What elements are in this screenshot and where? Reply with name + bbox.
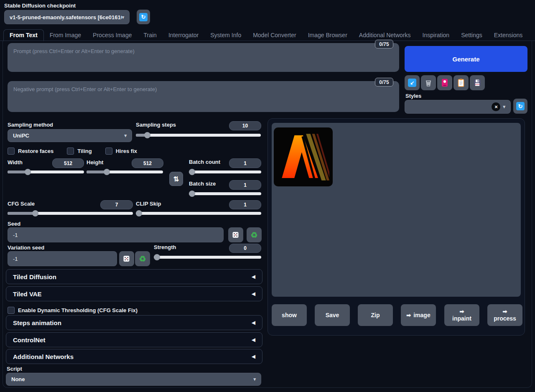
restore-faces-checkbox[interactable] xyxy=(8,148,15,155)
dynamic-thresholding-checkbox[interactable] xyxy=(8,307,15,314)
script-dropdown[interactable]: None ▾ xyxy=(6,373,261,386)
zip-button[interactable]: Zip xyxy=(358,304,393,326)
hires-fix-checkbox[interactable] xyxy=(105,148,112,155)
slider-handle[interactable] xyxy=(189,191,195,197)
slider-handle[interactable] xyxy=(189,169,195,175)
accordion-title: ControlNet xyxy=(13,336,46,344)
save-button[interactable]: Save xyxy=(315,304,350,326)
recycle-icon: ♻ xyxy=(250,230,257,240)
checkpoint-dropdown[interactable]: v1-5-pruned-emaonly.safetensors [6ce0161… xyxy=(4,10,130,24)
collapse-icon: ◀ xyxy=(252,354,255,359)
height-slider[interactable] xyxy=(87,169,163,175)
variation-seed-input[interactable]: -1 xyxy=(8,251,117,266)
random-seed-button[interactable] xyxy=(228,227,243,242)
script-value: None xyxy=(11,376,25,382)
slider-handle[interactable] xyxy=(136,210,142,216)
arrow-down-left-icon: ↙ xyxy=(408,79,416,87)
slider-handle[interactable] xyxy=(25,169,31,175)
slider-track xyxy=(154,256,261,259)
batch-count-slider[interactable] xyxy=(189,169,261,175)
batch-size-slider[interactable] xyxy=(189,191,261,197)
send-to-process-button[interactable]: ➡ process xyxy=(487,304,522,326)
tab-image-browser[interactable]: Image Browser xyxy=(302,30,353,41)
dice-icon xyxy=(123,255,130,262)
send-to-inpaint-button[interactable]: ➡ inpaint xyxy=(444,304,479,326)
accordion-tiled-vae[interactable]: Tiled VAE ◀ xyxy=(6,286,262,301)
tab-system-info[interactable]: System Info xyxy=(204,30,247,41)
tab-inspiration[interactable]: Inspiration xyxy=(417,30,456,41)
reuse-seed-button[interactable]: ♻ xyxy=(247,227,262,242)
swap-icon: ⇅ xyxy=(173,175,179,183)
tab-process-image[interactable]: Process Image xyxy=(87,30,138,41)
clear-prompt-button[interactable] xyxy=(421,75,436,90)
tab-from-image[interactable]: From Image xyxy=(44,30,87,41)
refresh-icon: ↻ xyxy=(139,13,148,21)
strength-value[interactable]: 0 xyxy=(229,244,261,253)
cfg-scale-slider[interactable] xyxy=(8,210,133,216)
clear-styles-icon[interactable]: × xyxy=(492,102,500,111)
styles-refresh-button[interactable]: ↻ xyxy=(513,99,527,114)
width-slider[interactable] xyxy=(8,169,84,175)
recycle-icon: ♻ xyxy=(139,254,146,264)
paste-params-button[interactable]: ↙ xyxy=(405,75,420,90)
dice-icon xyxy=(232,231,239,239)
button-label: Zip xyxy=(371,312,380,318)
accordion-controlnet[interactable]: ControlNet ◀ xyxy=(6,332,262,347)
slider-handle[interactable] xyxy=(32,210,38,216)
generated-image-logo xyxy=(278,131,329,183)
slider-handle[interactable] xyxy=(154,254,160,260)
checkpoint-refresh-button[interactable]: ↻ xyxy=(137,10,150,24)
slider-handle[interactable] xyxy=(104,169,110,175)
extra-networks-button[interactable] xyxy=(437,75,452,90)
slider-fill xyxy=(8,212,35,215)
button-label: inpaint xyxy=(452,315,471,322)
cfg-scale-value[interactable]: 7 xyxy=(100,200,133,209)
seed-input[interactable]: -1 xyxy=(8,227,224,242)
save-style-button[interactable] xyxy=(470,75,485,90)
generate-button[interactable]: Generate xyxy=(405,46,527,72)
send-to-image-button[interactable]: ➡ image xyxy=(401,304,436,326)
swap-dimensions-button[interactable]: ⇅ xyxy=(169,172,183,186)
tab-from-text[interactable]: From Text xyxy=(3,29,44,41)
reuse-variation-seed-button[interactable]: ♻ xyxy=(135,251,150,266)
show-button[interactable]: show xyxy=(272,304,307,326)
apply-styles-button[interactable] xyxy=(453,75,469,90)
arrow-right-icon: ➡ xyxy=(503,308,507,315)
chevron-down-icon: ▾ xyxy=(253,377,256,382)
tab-train[interactable]: Train xyxy=(138,30,162,41)
gallery-thumbnail[interactable] xyxy=(274,127,333,186)
random-variation-seed-button[interactable] xyxy=(119,251,134,266)
clip-skip-slider[interactable] xyxy=(136,210,261,216)
tab-additional-networks[interactable]: Additional Networks xyxy=(353,30,417,41)
dynamic-thresholding-option[interactable]: Enable Dynamic Thresholding (CFG Scale F… xyxy=(8,307,138,314)
accordion-additional-networks[interactable]: Additional Networks ◀ xyxy=(6,349,262,364)
tab-extensions[interactable]: Extensions xyxy=(488,30,528,41)
sampling-method-dropdown[interactable]: UniPC ▾ xyxy=(8,129,132,142)
floppy-disk-icon xyxy=(474,79,481,87)
sampling-steps-value[interactable]: 10 xyxy=(229,121,261,130)
negative-prompt-input[interactable] xyxy=(8,81,399,112)
tiling-label: Tiling xyxy=(77,148,92,154)
batch-size-value[interactable]: 1 xyxy=(229,180,261,190)
prompt-input[interactable] xyxy=(8,43,399,72)
styles-dropdown[interactable]: × ▾ xyxy=(405,100,511,114)
tab-model-converter[interactable]: Model Converter xyxy=(247,30,302,41)
width-value[interactable]: 512 xyxy=(52,158,84,168)
tiling-option[interactable]: Tiling xyxy=(67,148,92,155)
sampling-steps-slider[interactable] xyxy=(136,132,261,138)
dynamic-thresholding-label: Enable Dynamic Thresholding (CFG Scale F… xyxy=(18,307,138,313)
hires-fix-option[interactable]: Hires fix xyxy=(105,148,137,155)
accordion-steps-animation[interactable]: Steps animation ◀ xyxy=(6,315,262,330)
chevron-down-icon: ▾ xyxy=(122,15,124,20)
strength-slider[interactable] xyxy=(154,254,261,260)
tab-interrogator[interactable]: Interrogator xyxy=(163,30,204,41)
tiling-checkbox[interactable] xyxy=(67,148,74,155)
restore-faces-option[interactable]: Restore faces xyxy=(8,148,54,155)
slider-handle[interactable] xyxy=(144,132,150,138)
height-value[interactable]: 512 xyxy=(132,158,163,168)
tab-settings[interactable]: Settings xyxy=(455,30,488,41)
clip-skip-value[interactable]: 1 xyxy=(229,200,261,209)
negative-prompt-container xyxy=(8,81,399,112)
accordion-tiled-diffusion[interactable]: Tiled Diffusion ◀ xyxy=(6,269,262,284)
batch-count-value[interactable]: 1 xyxy=(229,158,261,168)
